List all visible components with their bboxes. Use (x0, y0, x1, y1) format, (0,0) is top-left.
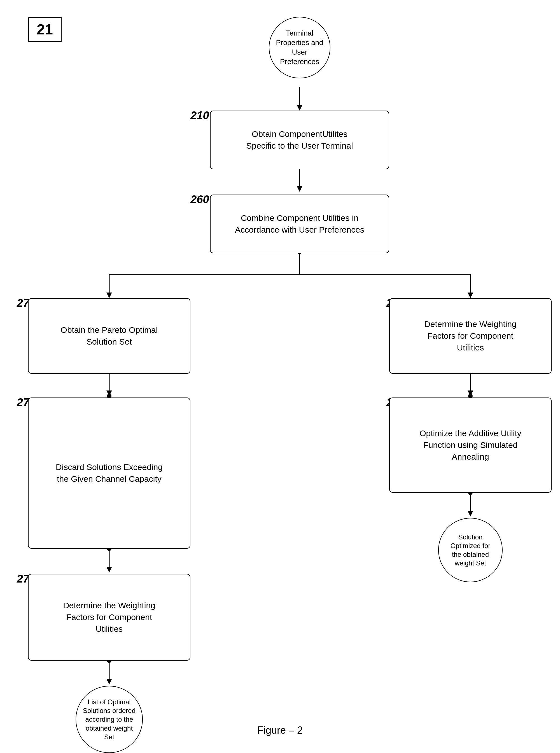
step-210-text: Obtain ComponentUtilites Specific to the… (246, 128, 353, 152)
list-oval-label: List of Optimal Solutions ordered accord… (83, 697, 136, 741)
diagram-container: 21 Terminal Properties and User Preferen… (0, 0, 560, 753)
svg-marker-9 (467, 292, 473, 298)
svg-marker-19 (467, 511, 473, 516)
step-281-text: Optimize the Additive Utility Function u… (419, 427, 521, 463)
step-271-text: Discard Solutions Exceeding the Given Ch… (56, 461, 163, 485)
list-oval: List of Optimal Solutions ordered accord… (76, 686, 143, 753)
step-210-box: Obtain ComponentUtilites Specific to the… (210, 110, 389, 169)
solution-oval-label: Solution Optimized for the obtained weig… (451, 533, 491, 568)
terminal-oval: Terminal Properties and User Preferences (269, 17, 331, 78)
step-260-box: Combine Component Utilities in Accordanc… (210, 195, 389, 253)
step-260-text: Combine Component Utilities in Accordanc… (235, 212, 364, 236)
step-210-label: 210 (191, 109, 209, 122)
step-272-text: Determine the Weighting Factors for Comp… (63, 599, 155, 635)
step-271-box: Discard Solutions Exceeding the Given Ch… (28, 398, 191, 549)
step-260-label: 260 (191, 193, 209, 206)
step-270-text: Obtain the Pareto Optimal Solution Set (61, 324, 158, 348)
figure-number-box: 21 (28, 17, 62, 42)
figure-caption: Figure – 2 (257, 725, 303, 736)
step-270-box: Obtain the Pareto Optimal Solution Set (28, 298, 191, 374)
svg-marker-1 (297, 105, 302, 110)
step-281-box: Optimize the Additive Utility Function u… (389, 398, 552, 493)
figure-number: 21 (37, 21, 53, 38)
terminal-oval-label: Terminal Properties and User Preferences (276, 28, 323, 66)
svg-marker-13 (106, 567, 112, 572)
svg-marker-3 (297, 186, 302, 192)
svg-marker-11 (106, 390, 112, 396)
solution-oval: Solution Optimized for the obtained weig… (438, 518, 503, 582)
svg-marker-17 (467, 390, 473, 396)
svg-marker-15 (106, 679, 112, 685)
step-272-box: Determine the Weighting Factors for Comp… (28, 574, 191, 660)
step-280-text: Determine the Weighting Factors for Comp… (424, 318, 517, 353)
step-280-box: Determine the Weighting Factors for Comp… (389, 298, 552, 374)
svg-marker-7 (106, 292, 112, 298)
